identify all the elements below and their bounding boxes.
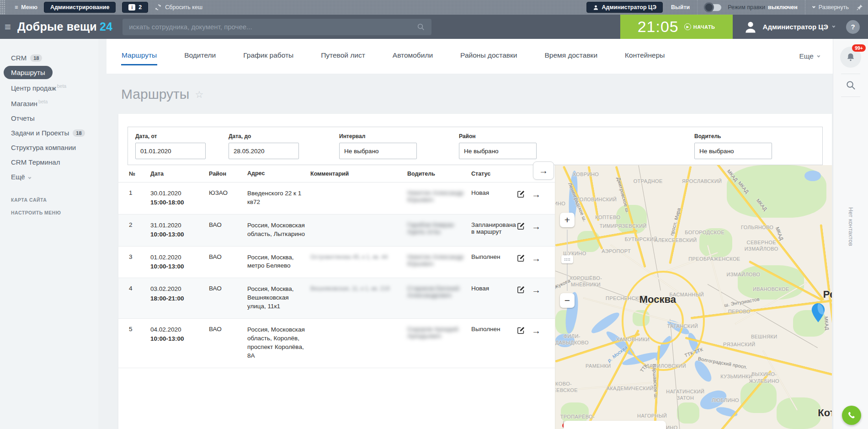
open-route-arrow-icon[interactable]: → bbox=[532, 190, 541, 199]
avatar bbox=[744, 20, 757, 34]
sidebar-item-6[interactable]: Структура компании bbox=[4, 141, 83, 154]
work-timer[interactable]: 21:05 ▶ НАЧАТЬ bbox=[620, 15, 733, 39]
filter-select-3[interactable]: Не выбрано bbox=[459, 143, 537, 159]
map-label: ОЧАКОВО-МАТВЕЕВСКОЕ bbox=[555, 380, 578, 393]
search-icon[interactable] bbox=[417, 23, 425, 31]
tab-1[interactable]: Водители bbox=[184, 47, 216, 65]
favorite-star-icon[interactable]: ☆ bbox=[195, 89, 203, 100]
open-route-arrow-icon[interactable]: → bbox=[532, 254, 541, 263]
table-row-1[interactable]: 130.01.202015:00-18:00ЮЗАОВведенского 22… bbox=[118, 182, 555, 214]
map-label-line: ВЕШНЯКИ bbox=[751, 333, 777, 340]
tab-2[interactable]: График работы bbox=[243, 47, 294, 65]
zoom-in-button[interactable]: + bbox=[560, 213, 575, 227]
edit-icon[interactable] bbox=[517, 222, 525, 231]
tab-6[interactable]: Время доставки bbox=[544, 47, 598, 65]
user-icon bbox=[593, 5, 599, 11]
rail-search-icon[interactable] bbox=[846, 80, 856, 91]
sidebar-item-0[interactable]: CRM18 bbox=[4, 51, 49, 64]
admin-menu-button[interactable]: ≡ Меню bbox=[8, 4, 44, 11]
cell-comment bbox=[305, 221, 402, 239]
tab-5[interactable]: Районы доставки bbox=[460, 47, 517, 65]
map-label: Москва bbox=[639, 293, 676, 306]
filter-group-2: ИнтервалНе выбрано bbox=[339, 133, 417, 165]
zoom-slider-track[interactable] bbox=[567, 230, 568, 291]
table-row-4[interactable]: 403.02.202018:00-21:00ВАОРоссия, Москва,… bbox=[118, 278, 555, 319]
sidebar-item-3[interactable]: Магазинbeta bbox=[4, 96, 55, 110]
counter-badge: 18 bbox=[73, 129, 85, 137]
tab-3[interactable]: Путевой лист bbox=[320, 47, 366, 65]
edit-icon[interactable] bbox=[517, 254, 525, 263]
map-park bbox=[777, 397, 821, 429]
sidebar-item-7[interactable]: CRM Терминал bbox=[4, 156, 67, 169]
driver-name: Никитин Александр Юрьевич bbox=[407, 189, 463, 203]
cell-comment: Вешняковская, 11, к 1, кв. 219 bbox=[305, 285, 402, 311]
filter-select-2[interactable]: Не выбрано bbox=[339, 143, 417, 159]
notifications-button[interactable]: 99+ bbox=[840, 47, 861, 68]
map-water bbox=[589, 310, 621, 336]
chevron-down-icon bbox=[529, 148, 533, 152]
pin-icon[interactable] bbox=[856, 4, 863, 11]
map-label-line: Ре bbox=[823, 288, 832, 301]
zoom-slider-handle[interactable] bbox=[561, 255, 573, 263]
edit-icon[interactable] bbox=[517, 326, 525, 336]
sidebar-item-2[interactable]: Центр продажbeta bbox=[4, 80, 74, 95]
notices-button[interactable]: i 2 bbox=[122, 2, 148, 13]
map-label-line: АЛЕКСЕЕВСКИЙ bbox=[655, 237, 697, 243]
sidebar-footer-link-0[interactable]: КАРТА САЙТА bbox=[11, 197, 98, 203]
app-logo[interactable]: Добрые вещи24 bbox=[17, 20, 112, 33]
table-row-5[interactable]: 504.02.202010:00-13:00ВАОРоссия, Московс… bbox=[118, 319, 555, 368]
collapse-panel-arrow-button[interactable]: → bbox=[533, 161, 554, 180]
search-input[interactable] bbox=[129, 23, 417, 31]
filter-input-1[interactable] bbox=[229, 143, 299, 159]
timer-start-button[interactable]: ▶ НАЧАТЬ bbox=[684, 23, 715, 30]
tab-4[interactable]: Автомобили bbox=[392, 47, 433, 65]
sidebar-menu: CRM18МаршрутыЦентр продажbetaМагазинbeta… bbox=[0, 39, 98, 429]
edit-icon[interactable] bbox=[517, 190, 525, 199]
current-user[interactable]: Администратор ЦЭ bbox=[733, 20, 846, 34]
cell-num: 3 bbox=[118, 253, 145, 271]
hamburger-icon[interactable]: ≡ bbox=[0, 21, 17, 32]
cell-num: 2 bbox=[118, 221, 145, 239]
clear-cache-button[interactable]: Сбросить кеш bbox=[154, 4, 202, 11]
time-value: 18:00-21:00 bbox=[150, 295, 203, 302]
admin-user-button[interactable]: Администратор ЦЭ bbox=[586, 2, 663, 13]
help-button[interactable]: ? bbox=[846, 20, 860, 34]
cell-driver: Стариков Евгений Александрович bbox=[402, 285, 466, 311]
moscow-map[interactable]: + − ХОВРИНООТРАДНОЕЯРОСЛАВСКИЙГОЛОВИНСКИ… bbox=[555, 165, 832, 429]
chat-phone-button[interactable] bbox=[842, 406, 861, 425]
tab-0[interactable]: Маршруты bbox=[121, 47, 157, 65]
edit-icon[interactable] bbox=[517, 285, 525, 295]
filter-input-0[interactable] bbox=[135, 143, 206, 159]
sidebar-item-8[interactable]: Ещё bbox=[4, 170, 37, 183]
open-route-arrow-icon[interactable]: → bbox=[532, 222, 541, 231]
sidebar-item-5[interactable]: Задачи и Проекты18 bbox=[4, 126, 92, 139]
map-label-line: ТАГАНСКИЙ bbox=[667, 323, 698, 329]
administration-button[interactable]: Администрирование bbox=[44, 2, 116, 13]
sidebar-item-label: Маршруты bbox=[11, 69, 45, 76]
table-row-3[interactable]: 301.02.202010:00-13:00ВАОРоссия, Москва,… bbox=[118, 247, 555, 279]
map-label-line: РЯЗАНСКИЙ bbox=[723, 341, 756, 348]
tab-7[interactable]: Контейнеры bbox=[624, 47, 665, 65]
sidebar-footer-link-1[interactable]: НАСТРОИТЬ МЕНЮ bbox=[11, 210, 98, 215]
map-label: ГОЛЬЯНОВО bbox=[741, 224, 773, 230]
edit-mode-toggle[interactable] bbox=[705, 4, 721, 11]
filter-label: Район bbox=[459, 133, 537, 139]
sidebar-item-4[interactable]: Отчеты bbox=[4, 112, 42, 125]
admin-top-bar: ≡ Меню Администрирование i 2 Сбросить ке… bbox=[0, 0, 868, 15]
tabs-more-button[interactable]: Еще bbox=[799, 52, 819, 60]
filter-select-4[interactable]: Не выбрано bbox=[694, 143, 772, 159]
cell-status: Выполнен bbox=[466, 326, 511, 360]
cell-address: Введенского 22 к 1 кв72 bbox=[242, 189, 305, 207]
filter-label: Дата, до bbox=[229, 133, 299, 139]
column-header-1: Дата bbox=[145, 171, 203, 177]
expand-button[interactable]: Развернуть bbox=[813, 4, 849, 11]
table-row-2[interactable]: 231.01.202010:00-13:00ВАОРоссия, Московс… bbox=[118, 214, 555, 247]
map-label: просп. Мира bbox=[669, 207, 682, 236]
map-label: СЕВЕРНОЕИЗМАЙЛОВО bbox=[745, 239, 778, 252]
logout-button[interactable]: Выйти bbox=[671, 4, 690, 11]
open-route-arrow-icon[interactable]: → bbox=[532, 326, 541, 335]
map-pin-marker[interactable] bbox=[810, 303, 826, 325]
open-route-arrow-icon[interactable]: → bbox=[532, 285, 541, 295]
sidebar-item-1[interactable]: Маршруты bbox=[4, 66, 53, 79]
zoom-out-button[interactable]: − bbox=[560, 293, 575, 308]
